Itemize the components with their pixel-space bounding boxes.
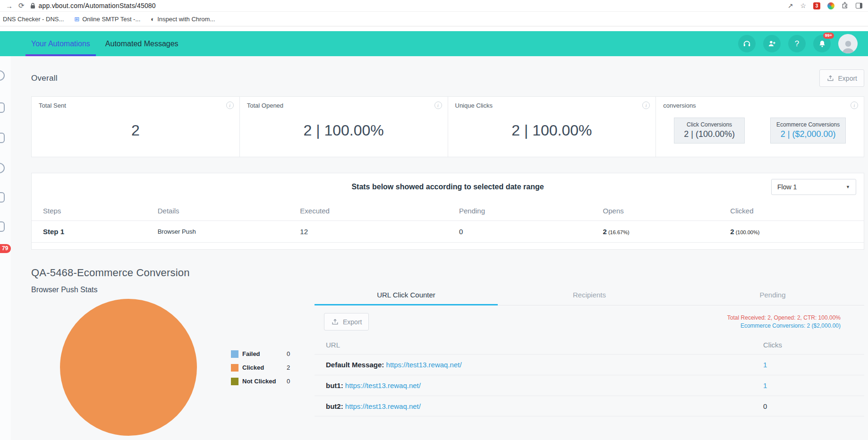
info-icon[interactable]: i (226, 102, 234, 109)
cell-opens: 2(16.67%) (603, 228, 731, 236)
col-pending: Pending (459, 207, 603, 215)
campaign-title: QA-5468-Ecommerce Conversion (31, 267, 864, 279)
tab-url-click-counter[interactable]: URL Click Counter (315, 286, 498, 305)
legend-value: 2 (287, 364, 290, 371)
overall-cards: Total Sent i 2 Total Opened i 2 | 100.00… (31, 96, 864, 157)
add-contact-button[interactable] (763, 35, 781, 52)
export-button[interactable]: Export (819, 69, 864, 87)
url-link[interactable]: https://test13.rewaq.net/ (386, 361, 462, 369)
url-link[interactable]: https://test13.rewaq.net/ (345, 402, 421, 410)
card-value: 2 | 100.00% (455, 109, 649, 152)
card-unique-clicks: Unique Clicks i 2 | 100.00% (448, 97, 656, 157)
info-icon[interactable]: i (642, 102, 650, 109)
cell-steps: Step 1 (43, 228, 158, 236)
stats-header-row: Steps Details Executed Pending Opens Cli… (32, 201, 864, 220)
forward-icon[interactable]: → (6, 2, 13, 10)
sidebar-icon-4[interactable] (0, 163, 5, 173)
sidebar-icon-2[interactable] (0, 102, 5, 113)
col-steps: Steps (43, 207, 158, 215)
url-click-panel: URL Click Counter Recipients Pending Exp… (315, 286, 864, 436)
bookmark-online-smtp-test[interactable]: ⊞ Online SMTP Test -... (74, 16, 140, 23)
notifications-button[interactable]: 99+ (813, 35, 831, 52)
info-icon[interactable]: i (434, 102, 442, 109)
chrome-actions: ↗ ☆ 3 (788, 1, 862, 10)
extensions-puzzle-icon[interactable] (842, 1, 849, 10)
tab-your-automations[interactable]: Your Automations (24, 31, 98, 56)
side-panel-icon[interactable] (856, 3, 862, 8)
tab-label: Automated Messages (105, 40, 179, 48)
url-export-button[interactable]: Export (324, 313, 369, 330)
sidebar-icon-5[interactable] (0, 192, 5, 203)
support-chat-button[interactable] (738, 35, 756, 52)
push-stats-title: Browser Push Stats (31, 286, 315, 294)
info-icon[interactable]: i (851, 102, 858, 109)
col-opens: Opens (603, 207, 731, 215)
table-row: Default Message: https://test13.rewaq.ne… (315, 354, 864, 375)
avatar[interactable] (838, 34, 858, 53)
tab-label: Recipients (573, 291, 606, 299)
campaign-summary: Total Received: 2, Opened: 2, CTR: 100.0… (727, 313, 864, 330)
bookmark-dns-checker[interactable]: DNS Checker - DNS... (3, 16, 64, 23)
notification-badge: 99+ (823, 33, 834, 39)
sidebar-count-badge: 79 (0, 244, 11, 253)
legend-swatch-failed (231, 350, 238, 358)
legend-label: Failed (242, 350, 287, 357)
ecommerce-conversions-box[interactable]: Ecommerce Conversions 2 | ($2,000.00) (770, 118, 846, 144)
card-label: Unique Clicks (455, 102, 649, 109)
cell-executed: 12 (300, 228, 459, 236)
overall-title: Overall (31, 74, 58, 83)
legend-value: 0 (287, 378, 290, 385)
bell-icon (818, 40, 826, 48)
extension-badge-icon[interactable]: 3 (813, 2, 820, 9)
address-field[interactable]: app.vbout.com/AutomationStats/45080 (30, 2, 782, 9)
url-prefix: but1: (326, 381, 343, 389)
grid-favicon-icon: ⊞ (74, 16, 79, 22)
clicks-cell[interactable]: 1 (763, 381, 862, 389)
click-conversions-box[interactable]: Click Conversions 2 | (100.00%) (674, 118, 745, 144)
colorzilla-extension-icon[interactable] (827, 2, 834, 9)
url-prefix: Default Message: (326, 361, 384, 369)
bookmark-star-icon[interactable]: ☆ (800, 2, 806, 9)
left-sidebar: 79 (0, 56, 11, 440)
tab-recipients[interactable]: Recipients (498, 286, 681, 305)
col-url: URL (326, 341, 763, 349)
url-table-header: URL Clicks (315, 335, 864, 354)
app-header: Your Automations Automated Messages ? 99… (0, 31, 868, 56)
flow-select-value: Flow 1 (777, 183, 797, 191)
url-link[interactable]: https://test13.rewaq.net/ (345, 381, 421, 389)
help-button[interactable]: ? (788, 35, 806, 52)
card-value: 2 (39, 109, 232, 152)
legend-swatch-not-clicked (231, 378, 238, 385)
stats-caption: Stats below showed according to selected… (351, 183, 544, 191)
bookmark-inspect-with-chrome[interactable]: ◐ Inspect with Chrom... (151, 16, 215, 23)
card-total-opened: Total Opened i 2 | 100.00% (240, 97, 448, 157)
bookmark-label: DNS Checker - DNS... (3, 16, 64, 23)
tab-pending[interactable]: Pending (681, 286, 864, 305)
col-details: Details (158, 207, 300, 215)
bookmark-label: Online SMTP Test -... (82, 16, 140, 23)
pie-legend: Failed 0 Clicked 2 Not Clicked 0 (231, 347, 290, 436)
globe-favicon-icon: ◐ (151, 16, 154, 22)
clicks-cell[interactable]: 1 (763, 361, 862, 369)
url-text[interactable]: app.vbout.com/AutomationStats/45080 (39, 2, 156, 9)
sidebar-icon-1[interactable] (0, 70, 5, 81)
col-clicks: Clicks (763, 341, 862, 349)
table-row[interactable]: Step 1 Browser Push 12 0 2(16.67%) 2(100… (32, 220, 864, 243)
flow-select[interactable]: Flow 1 ▼ (771, 179, 856, 195)
share-icon[interactable]: ↗ (788, 2, 793, 9)
cell-pending: 0 (459, 228, 603, 236)
user-plus-icon (767, 39, 776, 48)
reload-icon[interactable]: ⟳ (18, 1, 25, 10)
url-bar: → ⟳ app.vbout.com/AutomationStats/45080 … (0, 0, 868, 11)
conv-value: 2 | (100.00%) (680, 129, 739, 139)
main-content: Overall Export Total Sent i 2 Total Open… (11, 56, 868, 440)
sidebar-icon-6[interactable] (0, 221, 5, 232)
url-cell: Default Message: https://test13.rewaq.ne… (326, 361, 763, 369)
person-silhouette-icon (840, 38, 856, 53)
push-stats-panel: Browser Push Stats Failed 0 Clicked 2 (31, 286, 315, 436)
legend-item-clicked: Clicked 2 (231, 361, 290, 374)
table-row: but2: https://test13.rewaq.net/ 0 (315, 396, 864, 416)
tab-automated-messages[interactable]: Automated Messages (98, 31, 186, 56)
sidebar-icon-3[interactable] (0, 133, 5, 143)
lock-icon (30, 3, 35, 9)
